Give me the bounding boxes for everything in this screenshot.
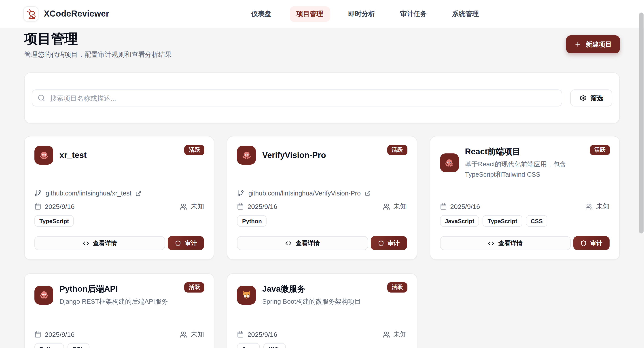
- project-card-python-backend: 活跃 Python后端API Django REST框架构建的后端API服务: [24, 273, 214, 348]
- language-tags: Python: [237, 215, 407, 227]
- view-details-button[interactable]: 查看详情: [237, 236, 368, 250]
- code-icon: [82, 240, 89, 246]
- shield-icon: [580, 240, 587, 246]
- project-title: Java微服务: [262, 283, 361, 294]
- calendar-icon: [34, 331, 41, 338]
- language-tag: XML: [264, 343, 286, 348]
- app-logo-icon: [23, 6, 38, 22]
- view-details-button[interactable]: 查看详情: [34, 236, 165, 250]
- git-branch-icon: [34, 190, 42, 197]
- top-navbar: XCodeReviewer 仪表盘 项目管理 即时分析 审计任务 系统管理: [0, 0, 644, 28]
- language-tag: SQL: [68, 343, 89, 348]
- status-badge: 活跃: [387, 145, 407, 155]
- page-title: 项目管理: [24, 31, 172, 46]
- octopus-avatar-icon: [237, 146, 256, 164]
- status-badge: 活跃: [184, 282, 204, 292]
- language-tag: Python: [237, 215, 267, 227]
- project-owner: 未知: [180, 202, 204, 211]
- calendar-icon: [237, 331, 244, 338]
- project-title: xr_test: [60, 150, 86, 160]
- git-branch-icon: [237, 190, 244, 197]
- project-date: 2025/9/16: [440, 203, 480, 210]
- project-card-java-microservice: 活跃 Java微服务 Spring Boot构建的微服务架构项目 2025/9: [227, 273, 417, 348]
- users-icon: [180, 331, 187, 338]
- repo-link[interactable]: github.com/lintsinghua/VerifyVision-Pro: [237, 190, 407, 197]
- filter-button[interactable]: 筛选: [570, 90, 612, 106]
- language-tag: CSS: [526, 215, 548, 227]
- nav-item-system[interactable]: 系统管理: [445, 6, 486, 22]
- status-badge: 活跃: [184, 145, 204, 155]
- main-content: 项目管理 管理您的代码项目，配置审计规则和查看分析结果 新建项目 筛选: [24, 28, 620, 348]
- language-tags: Java XML: [237, 343, 407, 348]
- calendar-icon: [440, 203, 446, 210]
- octopus-avatar-icon: [440, 154, 459, 172]
- code-icon: [488, 240, 494, 246]
- repo-link[interactable]: github.com/lintsinghua/xr_test: [34, 190, 204, 197]
- shield-icon: [175, 240, 181, 246]
- search-icon: [38, 94, 45, 102]
- nav-item-instant-analysis[interactable]: 即时分析: [342, 6, 382, 22]
- audit-button[interactable]: 审计: [573, 236, 610, 250]
- project-date: 2025/9/16: [34, 330, 74, 338]
- page-header: 项目管理 管理您的代码项目，配置审计规则和查看分析结果 新建项目: [24, 28, 620, 59]
- new-project-button[interactable]: 新建项目: [566, 35, 620, 53]
- project-owner: 未知: [586, 202, 610, 211]
- plus-icon: [574, 41, 582, 48]
- octopus-avatar-icon: [34, 146, 53, 164]
- project-card-verifyvision-pro: 活跃 VerifyVision-Pro github.com/lintsingh…: [227, 136, 417, 260]
- calendar-icon: [237, 203, 244, 210]
- code-icon: [285, 240, 292, 246]
- calendar-icon: [34, 203, 41, 210]
- brand[interactable]: XCodeReviewer: [23, 6, 109, 22]
- page-subtitle: 管理您的代码项目，配置审计规则和查看分析结果: [24, 50, 172, 59]
- fox-avatar-icon: [237, 286, 256, 304]
- app-title: XCodeReviewer: [44, 9, 109, 19]
- language-tag: Python: [34, 343, 64, 348]
- users-icon: [382, 203, 390, 210]
- main-nav: 仪表盘 项目管理 即时分析 审计任务 系统管理: [109, 6, 621, 22]
- users-icon: [586, 203, 592, 210]
- external-link-icon: [136, 190, 141, 196]
- users-icon: [382, 331, 390, 338]
- status-badge: 活跃: [387, 282, 407, 292]
- audit-button[interactable]: 审计: [168, 236, 204, 250]
- project-grid: 活跃 xr_test github.com/lintsinghua/xr_tes…: [24, 136, 620, 348]
- audit-button[interactable]: 审计: [370, 236, 407, 250]
- nav-item-projects[interactable]: 项目管理: [290, 6, 330, 22]
- project-date: 2025/9/16: [237, 203, 277, 210]
- shield-icon: [378, 240, 384, 246]
- project-description: Spring Boot构建的微服务架构项目: [262, 296, 361, 307]
- external-link-icon: [365, 190, 370, 196]
- view-details-button[interactable]: 查看详情: [440, 236, 571, 250]
- project-owner: 未知: [382, 330, 407, 338]
- project-card-xr-test: 活跃 xr_test github.com/lintsinghua/xr_tes…: [24, 136, 214, 260]
- project-owner: 未知: [180, 330, 204, 338]
- language-tags: Python SQL: [34, 343, 204, 348]
- gear-icon: [579, 94, 586, 102]
- status-badge: 活跃: [590, 145, 610, 155]
- nav-item-dashboard[interactable]: 仪表盘: [244, 6, 278, 22]
- scrollbar-thumb[interactable]: [639, 12, 644, 234]
- users-icon: [180, 203, 187, 210]
- project-title: Python后端API: [60, 283, 168, 294]
- project-title: React前端项目: [465, 146, 582, 157]
- project-description: 基于React的现代化前端应用，包含TypeScript和Tailwind CS…: [465, 159, 582, 180]
- project-card-react-frontend: 活跃 React前端项目 基于React的现代化前端应用，包含TypeScrip…: [430, 136, 620, 260]
- project-owner: 未知: [382, 202, 407, 211]
- octopus-avatar-icon: [34, 286, 53, 304]
- language-tag: TypeScript: [483, 215, 522, 227]
- language-tags: JavaScript TypeScript CSS: [440, 215, 610, 227]
- search-input[interactable]: [32, 90, 562, 106]
- language-tag: TypeScript: [34, 215, 74, 227]
- nav-item-audit-tasks[interactable]: 审计任务: [393, 6, 434, 22]
- project-description: Django REST框架构建的后端API服务: [60, 296, 168, 307]
- language-tags: TypeScript: [34, 215, 204, 227]
- project-date: 2025/9/16: [34, 203, 74, 210]
- project-date: 2025/9/16: [237, 330, 277, 338]
- project-title: VerifyVision-Pro: [262, 150, 326, 160]
- search-panel: 筛选: [24, 72, 620, 124]
- language-tag: JavaScript: [440, 215, 479, 227]
- page: XCodeReviewer 仪表盘 项目管理 即时分析 审计任务 系统管理 项目…: [0, 0, 644, 348]
- language-tag: Java: [237, 343, 260, 348]
